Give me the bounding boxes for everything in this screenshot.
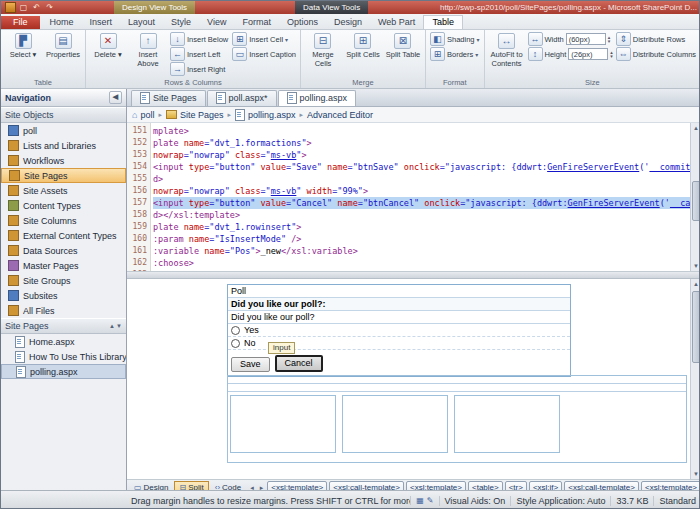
height-input[interactable]: (26px) <box>568 48 608 60</box>
code-line-158[interactable]: d></xsl:template> <box>153 209 700 221</box>
ribbon-tab-web-part[interactable]: Web Part <box>370 16 423 29</box>
ribbon-tab-format[interactable]: Format <box>234 16 279 29</box>
sidebar-item-poll[interactable]: poll <box>1 123 126 138</box>
code-line-162[interactable]: :choose> <box>153 257 700 269</box>
sidebar-item-lists-and-libraries[interactable]: Lists and Libraries <box>1 138 126 153</box>
redo-icon[interactable]: ↷ <box>44 3 55 13</box>
ribbon-tab-style[interactable]: Style <box>163 16 199 29</box>
ribbon-button-merge-cells[interactable]: ⊟Merge Cells <box>304 32 342 69</box>
height-spinner[interactable]: ▴▾ <box>610 50 613 58</box>
save-button[interactable]: Save <box>231 357 270 372</box>
file-item-how-to-use-this-library-aspx[interactable]: How To Use This Library.aspx <box>1 349 126 364</box>
code-line-154[interactable]: <input type="button" value="Save" name="… <box>153 161 700 173</box>
code-line-161[interactable]: :variable name="Pos">_new</xsl:variable> <box>153 245 700 257</box>
radio-button-icon[interactable] <box>231 326 240 335</box>
ribbon-tab-layout[interactable]: Layout <box>120 16 163 29</box>
sidebar-item-subsites[interactable]: Subsites <box>1 288 126 303</box>
ribbon-button-select[interactable]: ▛Select ▾ <box>4 32 42 61</box>
empty-layout-cell[interactable] <box>342 395 448 453</box>
ribbon-tab-home[interactable]: Home <box>42 16 82 29</box>
ribbon-button-shading[interactable]: ◧Shading▾ <box>429 32 481 46</box>
ribbon-button-split-table[interactable]: ⊠Split Table <box>384 32 422 61</box>
code-line-163[interactable] <box>153 269 700 271</box>
ribbon-button-distribute-columns[interactable]: ⇔Distribute Columns <box>615 47 697 61</box>
ribbon-button-insert-cell[interactable]: ⊞Insert Cell▾ <box>231 32 297 46</box>
breadcrumb-item-poll[interactable]: ⌂poll <box>132 110 154 120</box>
style-application-status[interactable]: Style Application: Auto <box>510 496 610 506</box>
code-line-152[interactable]: plate name="dvt_1.formactions"> <box>153 137 700 149</box>
document-tab-poll-aspx[interactable]: poll.aspx* <box>207 90 277 106</box>
ribbon-button-insert-above[interactable]: ↑Insert Above <box>129 32 167 69</box>
ribbon-tab-design[interactable]: Design <box>326 16 370 29</box>
code-line-155[interactable]: d> <box>153 173 700 185</box>
poll-web-part[interactable]: Poll Did you like our poll?: Did you lik… <box>227 284 571 377</box>
sidebar-item-site-columns[interactable]: Site Columns <box>1 213 126 228</box>
grid-icon[interactable]: ▦ <box>416 496 424 505</box>
width-input[interactable]: (60px) <box>566 33 606 45</box>
code-line-159[interactable]: plate name="dvt_1.rowinsert"> <box>153 221 700 233</box>
code-line-153[interactable]: nowrap="nowrap" class="ms-vb"> <box>153 149 700 161</box>
sidebar-item-content-types[interactable]: Content Types <box>1 198 126 213</box>
site-objects-section-header[interactable]: Site Objects <box>1 107 126 123</box>
ribbon-button-split-cells[interactable]: ⊞Split Cells <box>344 32 382 61</box>
code-view[interactable]: 151152153154155156157158159160161162163 … <box>127 123 700 272</box>
file-item-home-aspx[interactable]: Home.aspx <box>1 334 126 349</box>
document-tab-site-pages[interactable]: Site Pages <box>131 90 206 106</box>
layout-table-row[interactable] <box>228 384 686 392</box>
code-line-156[interactable]: nowrap="nowrap" class="ms-vb" width="99%… <box>153 185 700 197</box>
sidebar-item-master-pages[interactable]: Master Pages <box>1 258 126 273</box>
visual-aids-status[interactable]: Visual Aids: On <box>439 496 511 506</box>
ribbon-button-insert-right[interactable]: →Insert Right <box>169 62 229 76</box>
code-scrollbar-thumb[interactable] <box>692 181 700 221</box>
scroll-up-icon[interactable]: ▲ <box>109 323 115 329</box>
split-view-divider[interactable] <box>127 272 700 279</box>
ribbon-button-insert-left[interactable]: ←Insert Left <box>169 47 229 61</box>
ribbon-button-distribute-rows[interactable]: ⇕Distribute Rows <box>615 32 697 46</box>
design-scrollbar-thumb[interactable] <box>692 291 700 363</box>
sidebar-item-external-content-types[interactable]: External Content Types <box>1 228 126 243</box>
breadcrumb-item-advanced-editor[interactable]: Advanced Editor <box>307 110 373 120</box>
site-pages-section-header[interactable]: Site Pages ▲ ▼ <box>1 318 126 334</box>
ribbon-button-properties[interactable]: ▤Properties <box>44 32 82 61</box>
file-item-polling-aspx[interactable]: polling.aspx <box>1 364 126 379</box>
ribbon-button-insert-below[interactable]: ↓Insert Below <box>169 32 229 46</box>
sidebar-item-workflows[interactable]: Workflows <box>1 153 126 168</box>
document-tab-polling-aspx[interactable]: polling.aspx <box>278 90 357 106</box>
breadcrumb-item-site-pages[interactable]: Site Pages <box>166 110 224 120</box>
sidebar-item-site-pages[interactable]: Site Pages <box>1 168 126 183</box>
design-vertical-scrollbar[interactable]: ▲ ▼ <box>690 279 700 479</box>
radio-button-icon[interactable] <box>231 339 240 348</box>
scroll-down-icon[interactable]: ▼ <box>116 323 122 329</box>
sidebar-item-site-groups[interactable]: Site Groups <box>1 273 126 288</box>
code-line-157[interactable]: <input type="button" value="Cancel" name… <box>153 197 700 209</box>
width-spinner[interactable]: ▴▾ <box>608 35 611 43</box>
code-line-160[interactable]: :param name="IsInsertMode" /> <box>153 233 700 245</box>
scroll-up-arrow-icon[interactable]: ▲ <box>693 279 699 289</box>
pencil-icon[interactable]: ✎ <box>427 496 434 505</box>
collapse-pane-icon[interactable]: ◀ <box>109 91 122 104</box>
sidebar-item-site-assets[interactable]: Site Assets <box>1 183 126 198</box>
ribbon-tab-insert[interactable]: Insert <box>82 16 121 29</box>
breadcrumb-item-polling-aspx[interactable]: polling.aspx <box>235 109 296 121</box>
sidebar-item-all-files[interactable]: All Files <box>1 303 126 318</box>
ribbon-tab-table[interactable]: Table <box>423 15 463 29</box>
code-line-151[interactable]: mplate> <box>153 125 700 137</box>
file-tab[interactable]: File <box>1 16 40 29</box>
ribbon-button-borders[interactable]: ⊞Borders▾ <box>429 47 481 61</box>
undo-icon[interactable]: ↶ <box>31 3 42 13</box>
ribbon-button-delete[interactable]: ✕Delete ▾ <box>89 32 127 61</box>
code-lines[interactable]: mplate>plate name="dvt_1.formactions">no… <box>151 123 700 271</box>
ribbon-tab-view[interactable]: View <box>199 16 234 29</box>
empty-layout-cell[interactable] <box>230 395 336 453</box>
ribbon-tab-options[interactable]: Options <box>279 16 326 29</box>
design-view[interactable]: Poll Did you like our poll?: Did you lik… <box>127 279 700 479</box>
ribbon-button-autofit-to-contents[interactable]: ↔AutoFit to Contents <box>488 32 526 69</box>
scroll-down-arrow-icon[interactable]: ▼ <box>693 261 699 271</box>
ribbon-button-insert-caption[interactable]: ▭Insert Caption <box>231 47 297 61</box>
layout-table-outline[interactable] <box>227 375 687 463</box>
cancel-button[interactable]: Cancel <box>275 355 323 372</box>
layout-table-row[interactable] <box>228 376 686 384</box>
sidebar-item-data-sources[interactable]: Data Sources <box>1 243 126 258</box>
scroll-down-arrow-icon[interactable]: ▼ <box>693 469 699 479</box>
code-vertical-scrollbar[interactable]: ▲ ▼ <box>690 123 700 271</box>
